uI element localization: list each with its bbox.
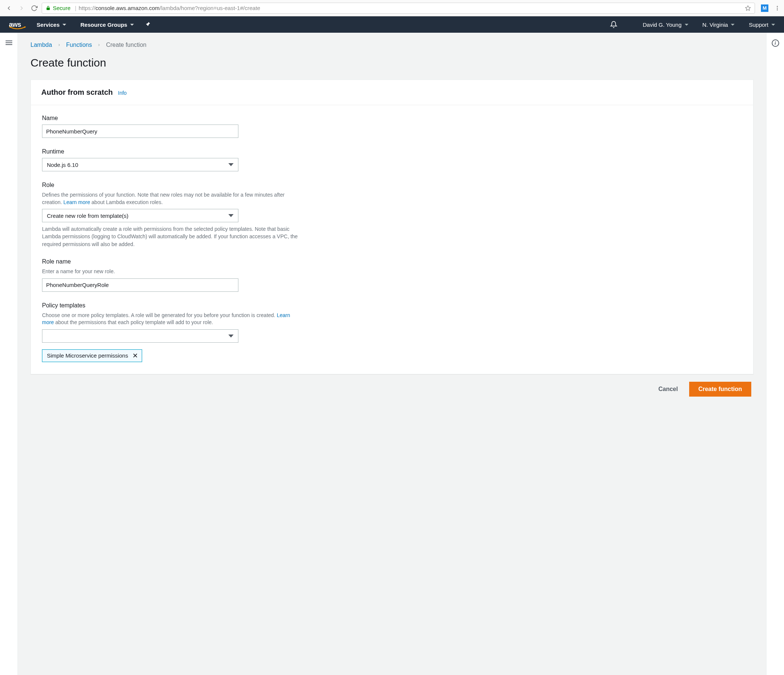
secure-label: Secure	[53, 5, 71, 11]
nav-region-label: N. Virginia	[703, 22, 728, 28]
nav-resource-groups-label: Resource Groups	[80, 22, 127, 28]
chevron-down-icon	[731, 24, 734, 26]
chevron-down-icon	[130, 24, 134, 26]
role-name-label: Role name	[42, 258, 299, 265]
role-select[interactable]: Create new role from template(s)	[42, 209, 238, 222]
field-runtime: Runtime Node.js 6.10	[42, 148, 299, 171]
policy-template-tag-label: Simple Microservice permissions	[47, 352, 128, 359]
nav-services-label: Services	[37, 22, 60, 28]
field-role: Role Defines the permissions of your fun…	[42, 182, 299, 248]
browser-chrome: Secure | https://console.aws.amazon.com/…	[0, 0, 784, 16]
breadcrumb-lambda[interactable]: Lambda	[31, 42, 52, 48]
breadcrumb-current: Create function	[106, 42, 146, 48]
cancel-button[interactable]: Cancel	[656, 382, 680, 396]
browser-reload-button[interactable]	[29, 3, 39, 13]
chevron-down-icon	[229, 335, 233, 337]
pin-icon[interactable]	[145, 22, 151, 28]
nav-region-menu[interactable]: N. Virginia	[703, 22, 735, 28]
chevron-right-icon	[57, 42, 61, 48]
role-value: Create new role from template(s)	[47, 213, 128, 219]
nav-services[interactable]: Services	[37, 22, 67, 28]
chevron-down-icon	[229, 163, 233, 166]
role-name-input[interactable]	[42, 278, 238, 292]
panel-header: Author from scratch Info	[31, 80, 753, 105]
bookmark-star-icon[interactable]	[745, 5, 751, 11]
left-rail	[0, 33, 18, 675]
field-role-name: Role name Enter a name for your new role…	[42, 258, 299, 292]
runtime-value: Node.js 6.10	[47, 162, 78, 168]
right-rail: i	[766, 33, 784, 675]
role-name-description: Enter a name for your new role.	[42, 268, 299, 275]
browser-profile-badge[interactable]: M	[761, 5, 768, 12]
role-learn-more-link[interactable]: Learn more	[64, 199, 90, 205]
breadcrumb: Lambda Functions Create function	[31, 42, 753, 48]
policy-templates-select[interactable]	[42, 329, 238, 343]
lock-icon	[46, 6, 51, 11]
nav-user-menu[interactable]: David G. Young	[642, 22, 688, 28]
notifications-icon[interactable]	[610, 21, 618, 28]
chevron-down-icon	[229, 214, 233, 217]
chevron-right-icon	[97, 42, 101, 48]
page-title: Create function	[31, 56, 753, 69]
create-function-button[interactable]: Create function	[689, 382, 751, 397]
role-label: Role	[42, 182, 299, 188]
author-panel: Author from scratch Info Name Runtime No…	[31, 79, 753, 374]
field-policy-templates: Policy templates Choose one or more poli…	[42, 302, 299, 343]
svg-point-3	[777, 9, 778, 11]
hamburger-icon[interactable]	[6, 39, 12, 675]
browser-forward-button[interactable]	[16, 3, 27, 13]
name-input[interactable]	[42, 124, 238, 138]
policy-template-tag: Simple Microservice permissions ✕	[42, 349, 142, 362]
footer-actions: Cancel Create function	[31, 374, 753, 400]
nav-user-label: David G. Young	[642, 22, 681, 28]
chevron-down-icon	[772, 24, 775, 26]
chevron-down-icon	[685, 24, 688, 26]
runtime-label: Runtime	[42, 148, 299, 155]
runtime-select[interactable]: Node.js 6.10	[42, 158, 238, 171]
role-helper: Lambda will automatically create a role …	[42, 225, 299, 248]
name-label: Name	[42, 115, 299, 121]
remove-tag-icon[interactable]: ✕	[132, 352, 138, 360]
chevron-down-icon	[62, 24, 66, 26]
breadcrumb-functions[interactable]: Functions	[66, 42, 92, 48]
svg-point-2	[777, 8, 778, 9]
browser-url-bar[interactable]: Secure | https://console.aws.amazon.com/…	[42, 3, 755, 14]
field-name: Name	[42, 115, 299, 138]
nav-resource-groups[interactable]: Resource Groups	[80, 22, 134, 28]
panel-title: Author from scratch	[41, 88, 113, 97]
svg-point-1	[777, 6, 778, 7]
nav-support-label: Support	[749, 22, 768, 28]
panel-info-link[interactable]: Info	[118, 90, 126, 96]
browser-menu-icon[interactable]	[774, 5, 780, 11]
role-description: Defines the permissions of your function…	[42, 191, 299, 206]
policy-templates-label: Policy templates	[42, 302, 299, 309]
policy-templates-description: Choose one or more policy templates. A r…	[42, 312, 299, 326]
url-text: https://console.aws.amazon.com/lambda/ho…	[78, 5, 260, 11]
browser-back-button[interactable]	[4, 3, 14, 13]
nav-support-menu[interactable]: Support	[749, 22, 775, 28]
svg-marker-0	[745, 6, 750, 11]
info-icon[interactable]: i	[772, 39, 779, 47]
aws-top-nav: aws Services Resource Groups David G. Yo…	[0, 16, 784, 33]
aws-logo[interactable]: aws	[9, 21, 23, 29]
